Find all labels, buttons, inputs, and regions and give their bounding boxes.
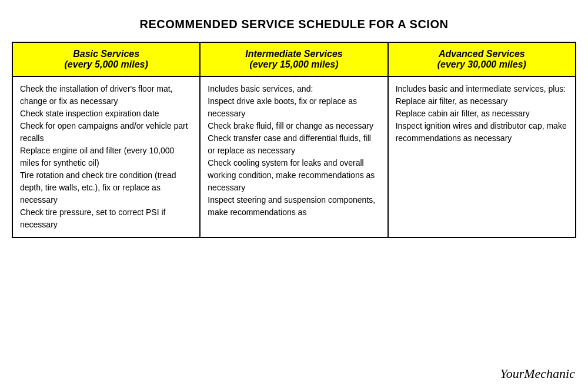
page-title: RECOMMENDED SERVICE SCHEDULE FOR A SCION	[140, 18, 449, 31]
basic-services-header: Basic Services (every 5,000 miles)	[12, 42, 200, 76]
cell-line: Check tire pressure, set to correct PSI …	[20, 207, 165, 229]
advanced-services-header: Advanced Services (every 30,000 miles)	[388, 42, 576, 76]
service-schedule-table: Basic Services (every 5,000 miles) Inter…	[12, 42, 576, 238]
cell-line: Inspect drive axle boots, fix or replace…	[208, 96, 357, 118]
cell-line: Inspect steering and suspension componen…	[208, 195, 375, 217]
cell-line: Inspect ignition wires and distributor c…	[396, 121, 567, 143]
intermediate-services-content: Includes basic services, and: Inspect dr…	[200, 76, 387, 237]
cell-line: Check for open campaigns and/or vehicle …	[20, 121, 188, 143]
cell-line: Tire rotation and check tire condition (…	[20, 170, 176, 205]
cell-line: Check state inspection expiration date	[20, 109, 159, 118]
cell-line: Check the installation of driver's floor…	[20, 84, 172, 106]
cell-line: Check cooling system for leaks and overa…	[208, 158, 375, 192]
basic-services-content: Check the installation of driver's floor…	[12, 76, 200, 237]
advanced-services-content: Includes basic and intermediate services…	[388, 76, 576, 237]
cell-line: Replace cabin air filter, as necessary	[396, 109, 530, 118]
cell-line: Includes basic and intermediate services…	[396, 84, 566, 93]
cell-line: Check transfer case and differential flu…	[208, 133, 371, 155]
watermark: YourMechanic	[500, 366, 575, 381]
cell-line: Replace air filter, as necessary	[396, 96, 508, 106]
intermediate-services-header: Intermediate Services (every 15,000 mile…	[200, 42, 387, 76]
cell-line: Check brake fluid, fill or change as nec…	[208, 121, 373, 130]
cell-line: Replace engine oil and filter (every 10,…	[20, 146, 174, 167]
cell-line: Includes basic services, and:	[208, 84, 313, 93]
